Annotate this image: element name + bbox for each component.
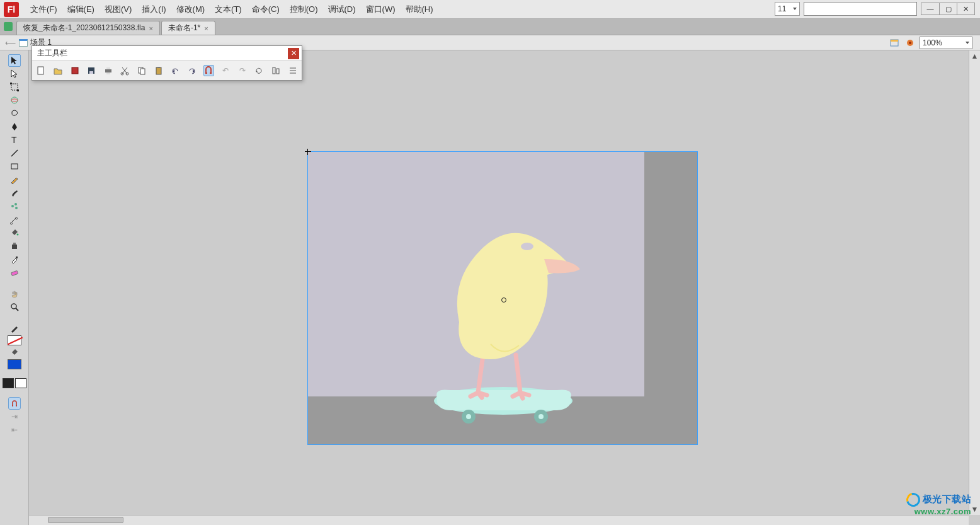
option-a-icon[interactable]: ⇥ bbox=[8, 410, 21, 423]
scroll-thumb[interactable] bbox=[48, 517, 123, 523]
svg-rect-6 bbox=[17, 89, 19, 91]
window-controls: — ▢ ✕ bbox=[921, 3, 975, 15]
rectangle-tool[interactable] bbox=[8, 160, 21, 173]
tools-panel: T ⇥ ⇤ bbox=[0, 50, 29, 525]
close-tab-icon[interactable]: × bbox=[204, 25, 208, 32]
zoom-selector[interactable]: 100% bbox=[920, 37, 972, 49]
workspace-selector[interactable]: 11 bbox=[775, 2, 800, 16]
document-tab[interactable]: 恢复_未命名-1_20230612150338.fla × bbox=[16, 21, 160, 35]
svg-point-24 bbox=[466, 414, 471, 419]
new-file-icon[interactable] bbox=[36, 65, 47, 76]
menu-debug[interactable]: 调试(D) bbox=[323, 1, 361, 18]
redo-icon[interactable] bbox=[186, 65, 197, 76]
svg-line-10 bbox=[11, 150, 18, 156]
undo-icon[interactable] bbox=[170, 65, 181, 76]
main-toolbar-panel[interactable]: 主工具栏 ✕ ↶ ↷ bbox=[31, 45, 302, 81]
distribute-icon[interactable] bbox=[287, 65, 298, 76]
option-b-icon[interactable]: ⇤ bbox=[8, 424, 21, 436]
edit-symbol-icon[interactable] bbox=[904, 37, 916, 49]
paint-bucket-tool[interactable] bbox=[8, 226, 21, 239]
minimize-button[interactable]: — bbox=[921, 3, 939, 14]
help-search-input[interactable] bbox=[804, 2, 917, 16]
save-icon[interactable] bbox=[86, 65, 97, 76]
line-tool[interactable] bbox=[8, 147, 21, 159]
rotate-right-icon[interactable]: ↷ bbox=[237, 65, 248, 76]
watermark-url: www.xz7.com bbox=[906, 507, 972, 516]
stroke-color-tool[interactable] bbox=[8, 322, 21, 335]
scroll-up-icon[interactable]: ▲ bbox=[971, 52, 979, 61]
import-icon[interactable] bbox=[69, 65, 80, 76]
snap-to-object-icon[interactable] bbox=[8, 397, 21, 410]
menu-insert[interactable]: 插入(I) bbox=[137, 1, 171, 18]
rotate-left-icon[interactable]: ↶ bbox=[220, 65, 231, 76]
selection-tool[interactable] bbox=[8, 54, 21, 67]
collapse-tabs-icon[interactable] bbox=[4, 22, 13, 31]
deco-tool[interactable] bbox=[8, 200, 21, 212]
free-transform-tool[interactable] bbox=[8, 81, 21, 93]
copy-icon[interactable] bbox=[137, 65, 147, 76]
lasso-tool[interactable] bbox=[8, 107, 21, 120]
maximize-button[interactable]: ▢ bbox=[939, 3, 957, 14]
refresh-icon[interactable] bbox=[254, 65, 265, 76]
vertical-scrollbar[interactable]: ▲ ▼ bbox=[969, 50, 980, 515]
menu-view[interactable]: 视图(V) bbox=[100, 1, 137, 18]
bone-tool[interactable] bbox=[8, 213, 21, 226]
pen-tool[interactable] bbox=[8, 120, 21, 133]
paste-icon[interactable] bbox=[153, 65, 164, 76]
hand-tool[interactable] bbox=[8, 287, 21, 300]
svg-rect-42 bbox=[276, 69, 279, 74]
panel-close-button[interactable]: ✕ bbox=[288, 48, 299, 59]
swap-colors-icon[interactable] bbox=[15, 378, 26, 388]
fill-color-tool[interactable] bbox=[8, 346, 21, 359]
panel-titlebar[interactable]: 主工具栏 ✕ bbox=[32, 46, 302, 61]
edit-scene-icon[interactable] bbox=[889, 37, 901, 49]
eraser-tool[interactable] bbox=[8, 266, 21, 279]
align-icon[interactable] bbox=[271, 65, 282, 76]
svg-rect-39 bbox=[156, 67, 161, 74]
black-white-icon[interactable] bbox=[3, 378, 14, 388]
svg-rect-19 bbox=[11, 270, 18, 275]
ink-bottle-tool[interactable] bbox=[8, 239, 21, 252]
stage-canvas[interactable] bbox=[29, 50, 980, 525]
print-icon[interactable] bbox=[103, 65, 113, 76]
menu-cmd[interactable]: 命令(C) bbox=[247, 1, 285, 18]
menu-edit[interactable]: 编辑(E) bbox=[62, 1, 100, 18]
menu-modify[interactable]: 修改(M) bbox=[171, 1, 210, 18]
menu-control[interactable]: 控制(O) bbox=[285, 1, 323, 18]
svg-point-13 bbox=[14, 203, 17, 205]
menu-text[interactable]: 文本(T) bbox=[210, 1, 247, 18]
zoom-tool[interactable] bbox=[8, 301, 21, 313]
snap-magnet-icon[interactable] bbox=[203, 65, 214, 76]
scroll-down-icon[interactable]: ▼ bbox=[971, 505, 979, 514]
menu-window[interactable]: 窗口(W) bbox=[361, 1, 401, 18]
close-tab-icon[interactable]: × bbox=[149, 25, 152, 32]
svg-point-26 bbox=[538, 414, 544, 419]
artwork-chick bbox=[415, 209, 591, 423]
close-button[interactable]: ✕ bbox=[957, 3, 974, 14]
open-folder-icon[interactable] bbox=[53, 65, 64, 76]
work-area: T ⇥ ⇤ bbox=[0, 50, 980, 525]
tab-label: 未命名-1* bbox=[168, 23, 200, 33]
pencil-tool[interactable] bbox=[8, 173, 21, 186]
menu-file[interactable]: 文件(F) bbox=[25, 1, 62, 18]
menu-help[interactable]: 帮助(H) bbox=[401, 1, 438, 18]
3d-rotation-tool[interactable] bbox=[8, 94, 21, 107]
svg-point-14 bbox=[15, 207, 18, 209]
brush-tool[interactable] bbox=[8, 187, 21, 199]
tab-label: 恢复_未命名-1_20230612150338.fla bbox=[23, 23, 145, 33]
text-tool[interactable]: T bbox=[8, 134, 21, 146]
svg-point-20 bbox=[11, 304, 16, 309]
eyedropper-tool[interactable] bbox=[8, 253, 21, 265]
registration-crosshair-icon bbox=[305, 149, 311, 155]
panel-title: 主工具栏 bbox=[37, 48, 67, 59]
svg-rect-28 bbox=[38, 67, 43, 74]
horizontal-scrollbar[interactable] bbox=[29, 515, 969, 525]
svg-point-27 bbox=[521, 243, 533, 250]
stroke-color-swatch[interactable] bbox=[8, 335, 21, 345]
back-icon[interactable]: ⟵ bbox=[5, 38, 15, 48]
document-tab[interactable]: 未命名-1* × bbox=[161, 21, 215, 35]
fill-color-swatch[interactable] bbox=[8, 359, 21, 369]
subselection-tool[interactable] bbox=[8, 67, 21, 80]
svg-rect-5 bbox=[10, 83, 12, 84]
cut-icon[interactable] bbox=[120, 65, 130, 76]
